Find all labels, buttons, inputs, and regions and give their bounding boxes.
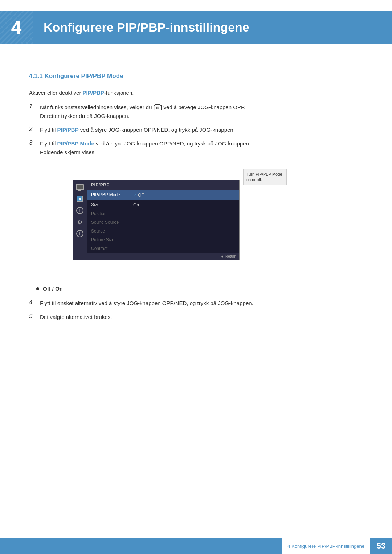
step-2-number: 2: [29, 126, 40, 133]
menu-items: PIP/PBP Mode Off Size On Posit: [87, 190, 239, 253]
menu-item-contrast-label: Contrast: [87, 246, 130, 251]
menu-screenshot: ✕ ⚙ i PIP/PBP PIP/PBP Mode: [73, 180, 240, 260]
chapter-number-block: 4: [0, 11, 33, 44]
menu-item-size: Size On: [87, 200, 239, 209]
menu-item-pip-pbp-mode: PIP/PBP Mode Off: [87, 190, 239, 200]
steps-list: 1 Når funksjonstastveiledningen vises, v…: [29, 103, 363, 157]
step-4-number: 4: [29, 299, 40, 306]
step-1-number: 1: [29, 103, 40, 110]
main-content: 4.1.1 Konfigurere PIP/PBP Mode Aktiver e…: [0, 54, 392, 356]
menu-item-pip-pbp-mode-label: PIP/PBP Mode: [87, 192, 130, 197]
step-1-icon: ⊞: [155, 104, 160, 111]
bullet-list: Off / On: [36, 286, 363, 292]
chapter-title: Konfigurere PIP/PBP-innstillingene: [44, 20, 249, 34]
menu-item-position-label: Position: [87, 211, 130, 216]
step-5-text: Det valgte alternativet brukes.: [40, 313, 363, 321]
menu-item-picture-size-label: Picture Size: [87, 237, 130, 242]
menu-item-sound-source: Sound Source: [87, 218, 239, 227]
menu-sidebar: ✕ ⚙ i: [73, 180, 87, 260]
tooltip-text: on or off.: [246, 177, 262, 182]
step-2-text: Flytt til PIP/PBP ved å styre JOG-knappe…: [40, 126, 363, 134]
chapter-header: 4 Konfigurere PIP/PBP-innstillingene: [0, 0, 392, 54]
section-heading: 4.1.1 Konfigurere PIP/PBP Mode: [29, 73, 363, 82]
menu-item-size-value-col: On: [130, 201, 239, 208]
chapter-number: 4: [11, 16, 22, 38]
step-3-text: Flytt til PIP/PBP Mode ved å styre JOG-k…: [40, 139, 363, 157]
menu-tooltip: Turn PIP/PBP Mode on or off.: [243, 169, 287, 185]
x-icon: ✕: [77, 196, 83, 202]
step-1-text: Når funksjonstastveiledningen vises, vel…: [40, 103, 363, 120]
menu-item-size-label: Size: [87, 202, 130, 207]
step-2: 2 Flytt til PIP/PBP ved å styre JOG-knap…: [29, 126, 363, 134]
step-3: 3 Flytt til PIP/PBP Mode ved å styre JOG…: [29, 139, 363, 157]
step-3-highlight: PIP/PBP Mode: [57, 140, 94, 147]
bullet-label: Off / On: [43, 286, 63, 292]
info-icon: i: [76, 230, 83, 237]
adjust-icon: [76, 207, 83, 214]
step-2-highlight: PIP/PBP: [57, 127, 79, 133]
menu-screenshot-wrapper: ✕ ⚙ i PIP/PBP PIP/PBP Mode: [73, 169, 240, 271]
gear-icon: ⚙: [76, 218, 83, 226]
menu-item-source: Source: [87, 227, 239, 235]
step-3-number: 3: [29, 139, 40, 147]
bullet-dot-icon: [36, 287, 39, 290]
menu-main: PIP/PBP PIP/PBP Mode Off Size On: [87, 180, 239, 260]
step-4: 4 Flytt til ønsket alternativ ved å styr…: [29, 299, 363, 308]
menu-item-sound-source-label: Sound Source: [87, 220, 130, 225]
monitor-icon: [76, 184, 84, 190]
page-footer: 4 Konfigurere PIP/PBP-innstillingene 53: [0, 538, 392, 554]
tooltip-title: Turn PIP/PBP Mode: [246, 172, 282, 176]
menu-icon-info: i: [75, 230, 85, 238]
menu-item-position: Position: [87, 209, 239, 218]
menu-header: PIP/PBP: [87, 180, 239, 190]
footer-wrapper: 4 Konfigurere PIP/PBP-innstillingene 53: [282, 538, 392, 554]
pip-pbp-highlight: PIP/PBP: [83, 90, 104, 96]
menu-item-pip-pbp-mode-value: Off: [133, 193, 144, 198]
intro-text-end: -funksjonen.: [104, 90, 134, 96]
chapter-title-block: Konfigurere PIP/PBP-innstillingene: [33, 11, 392, 44]
menu-icon-monitor: [75, 183, 85, 191]
footer-page-number: 53: [370, 538, 392, 554]
step-5-number: 5: [29, 313, 40, 320]
menu-item-picture-size: Picture Size: [87, 235, 239, 244]
menu-item-pip-pbp-mode-value-col: Off: [130, 192, 239, 198]
return-arrow-icon: ◄: [220, 254, 224, 258]
return-label: Return: [225, 254, 236, 258]
step-1: 1 Når funksjonstastveiledningen vises, v…: [29, 103, 363, 120]
menu-item-source-label: Source: [87, 229, 130, 234]
intro-text-before: Aktiver eller deaktiver: [29, 90, 83, 96]
menu-icon-x: ✕: [75, 195, 85, 203]
menu-item-size-value: On: [133, 202, 139, 208]
intro-text: Aktiver eller deaktiver PIP/PBP-funksjon…: [29, 90, 363, 96]
menu-return: ◄ Return: [87, 253, 239, 260]
menu-item-contrast: Contrast: [87, 244, 239, 253]
bullet-item-off-on: Off / On: [36, 286, 363, 292]
step-4-text: Flytt til ønsket alternativ ved å styre …: [40, 299, 363, 308]
footer-chapter-text: 4 Konfigurere PIP/PBP-innstillingene: [282, 538, 370, 554]
menu-icon-gear: ⚙: [75, 218, 85, 226]
step-5: 5 Det valgte alternativet brukes.: [29, 313, 363, 321]
menu-icon-adjust: [75, 206, 85, 214]
